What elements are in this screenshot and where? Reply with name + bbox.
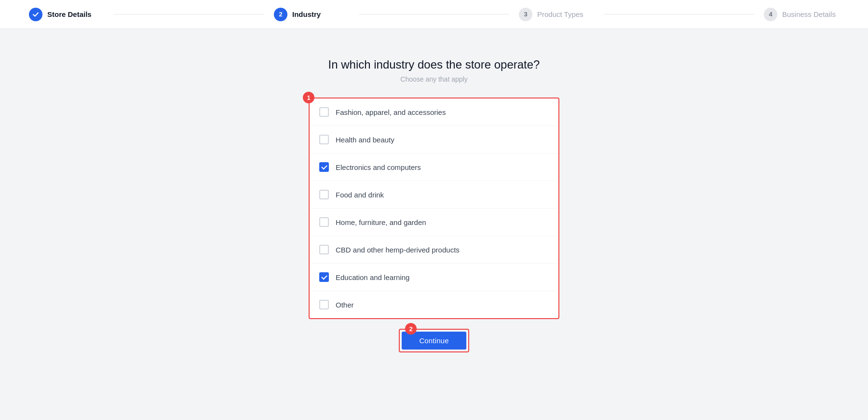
- checkbox-electronics[interactable]: [319, 162, 329, 172]
- step-divider-1: [114, 14, 264, 14]
- annotation-badge-2: 2: [405, 323, 417, 335]
- step-label-product-types: Product Types: [537, 10, 583, 18]
- step-circle-3: 3: [519, 8, 532, 21]
- checklist-label-home: Home, furniture, and garden: [336, 218, 426, 226]
- step-label-store-details: Store Details: [47, 10, 92, 18]
- checklist-label-electronics: Electronics and computers: [336, 163, 421, 171]
- checklist-item-cbd[interactable]: CBD and other hemp-derived products: [310, 236, 558, 264]
- industry-checklist-container: 1 Fashion, apparel, and accessoriesHealt…: [309, 98, 559, 319]
- step-circle-1: [29, 8, 42, 21]
- stepper: Store Details 2 Industry 3 Product Types…: [0, 0, 868, 29]
- step-business-details: 4 Business Details: [764, 8, 839, 21]
- step-circle-4: 4: [764, 8, 777, 21]
- checklist-item-health[interactable]: Health and beauty: [310, 126, 558, 154]
- step-divider-3: [604, 14, 754, 14]
- checklist-label-fashion: Fashion, apparel, and accessories: [336, 108, 446, 116]
- checklist-label-education: Education and learning: [336, 273, 409, 281]
- annotation-badge-1: 1: [303, 92, 314, 103]
- checkbox-health[interactable]: [319, 135, 329, 144]
- step-divider-2: [359, 14, 509, 14]
- checklist-item-fashion[interactable]: Fashion, apparel, and accessories: [310, 98, 558, 126]
- checkbox-home[interactable]: [319, 217, 329, 227]
- checklist-label-food: Food and drink: [336, 191, 384, 199]
- step-product-types: 3 Product Types: [519, 8, 594, 21]
- step-store-details: Store Details: [29, 8, 104, 21]
- industry-checklist: Fashion, apparel, and accessoriesHealth …: [309, 98, 559, 319]
- checklist-label-other: Other: [336, 301, 354, 309]
- checklist-label-health: Health and beauty: [336, 136, 394, 144]
- page-title: In which industry does the store operate…: [328, 58, 540, 71]
- checklist-item-home[interactable]: Home, furniture, and garden: [310, 209, 558, 236]
- checklist-item-food[interactable]: Food and drink: [310, 181, 558, 209]
- page-subtitle: Choose any that apply: [400, 75, 467, 83]
- main-content: In which industry does the store operate…: [0, 29, 868, 352]
- step-circle-2: 2: [274, 8, 287, 21]
- checkbox-fashion[interactable]: [319, 107, 329, 117]
- continue-section: 2 Continue: [399, 329, 469, 352]
- check-icon: [32, 11, 39, 18]
- checkbox-cbd[interactable]: [319, 245, 329, 254]
- checklist-item-other[interactable]: Other: [310, 291, 558, 318]
- checkbox-other[interactable]: [319, 300, 329, 309]
- step-industry: 2 Industry: [274, 8, 349, 21]
- step-label-industry: Industry: [292, 10, 321, 18]
- checkbox-food[interactable]: [319, 190, 329, 199]
- step-label-business-details: Business Details: [782, 10, 836, 18]
- checklist-item-electronics[interactable]: Electronics and computers: [310, 154, 558, 181]
- checkbox-education[interactable]: [319, 272, 329, 282]
- checklist-label-cbd: CBD and other hemp-derived products: [336, 246, 460, 254]
- checklist-item-education[interactable]: Education and learning: [310, 264, 558, 291]
